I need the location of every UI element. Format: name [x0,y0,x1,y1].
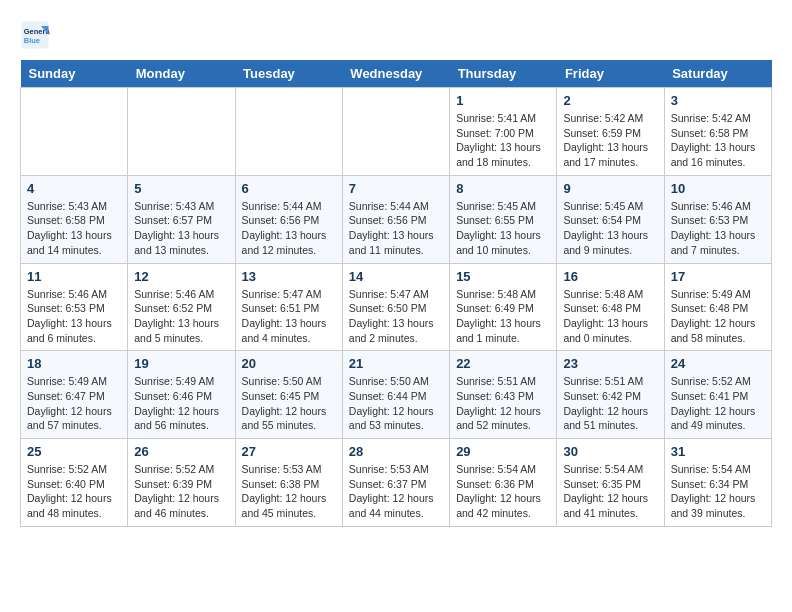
cell-date-number: 4 [27,181,121,196]
cell-daylight-info: Sunrise: 5:52 AM Sunset: 6:39 PM Dayligh… [134,462,228,521]
calendar-cell [235,88,342,176]
cell-daylight-info: Sunrise: 5:43 AM Sunset: 6:57 PM Dayligh… [134,199,228,258]
cell-date-number: 8 [456,181,550,196]
cell-date-number: 25 [27,444,121,459]
cell-daylight-info: Sunrise: 5:51 AM Sunset: 6:43 PM Dayligh… [456,374,550,433]
cell-daylight-info: Sunrise: 5:48 AM Sunset: 6:48 PM Dayligh… [563,287,657,346]
cell-daylight-info: Sunrise: 5:52 AM Sunset: 6:40 PM Dayligh… [27,462,121,521]
cell-date-number: 24 [671,356,765,371]
calendar-cell: 20Sunrise: 5:50 AM Sunset: 6:45 PM Dayli… [235,351,342,439]
cell-daylight-info: Sunrise: 5:43 AM Sunset: 6:58 PM Dayligh… [27,199,121,258]
cell-date-number: 26 [134,444,228,459]
cell-daylight-info: Sunrise: 5:54 AM Sunset: 6:36 PM Dayligh… [456,462,550,521]
calendar-cell: 8Sunrise: 5:45 AM Sunset: 6:55 PM Daylig… [450,175,557,263]
header: General Blue [20,20,772,50]
cell-daylight-info: Sunrise: 5:47 AM Sunset: 6:51 PM Dayligh… [242,287,336,346]
calendar-cell: 27Sunrise: 5:53 AM Sunset: 6:38 PM Dayli… [235,439,342,527]
calendar-cell: 7Sunrise: 5:44 AM Sunset: 6:56 PM Daylig… [342,175,449,263]
calendar-cell: 13Sunrise: 5:47 AM Sunset: 6:51 PM Dayli… [235,263,342,351]
cell-daylight-info: Sunrise: 5:54 AM Sunset: 6:35 PM Dayligh… [563,462,657,521]
cell-date-number: 28 [349,444,443,459]
weekday-header: Wednesday [342,60,449,88]
calendar-cell: 31Sunrise: 5:54 AM Sunset: 6:34 PM Dayli… [664,439,771,527]
cell-daylight-info: Sunrise: 5:46 AM Sunset: 6:53 PM Dayligh… [27,287,121,346]
cell-date-number: 5 [134,181,228,196]
cell-daylight-info: Sunrise: 5:44 AM Sunset: 6:56 PM Dayligh… [349,199,443,258]
cell-date-number: 3 [671,93,765,108]
logo: General Blue [20,20,54,50]
calendar-cell: 1Sunrise: 5:41 AM Sunset: 7:00 PM Daylig… [450,88,557,176]
cell-daylight-info: Sunrise: 5:46 AM Sunset: 6:52 PM Dayligh… [134,287,228,346]
cell-date-number: 12 [134,269,228,284]
calendar-cell: 21Sunrise: 5:50 AM Sunset: 6:44 PM Dayli… [342,351,449,439]
calendar-week-row: 4Sunrise: 5:43 AM Sunset: 6:58 PM Daylig… [21,175,772,263]
calendar-week-row: 25Sunrise: 5:52 AM Sunset: 6:40 PM Dayli… [21,439,772,527]
calendar-cell: 16Sunrise: 5:48 AM Sunset: 6:48 PM Dayli… [557,263,664,351]
calendar-cell: 30Sunrise: 5:54 AM Sunset: 6:35 PM Dayli… [557,439,664,527]
calendar-cell [342,88,449,176]
weekday-header: Friday [557,60,664,88]
cell-date-number: 13 [242,269,336,284]
cell-date-number: 17 [671,269,765,284]
cell-date-number: 7 [349,181,443,196]
cell-date-number: 22 [456,356,550,371]
weekday-header: Saturday [664,60,771,88]
calendar-cell: 4Sunrise: 5:43 AM Sunset: 6:58 PM Daylig… [21,175,128,263]
cell-date-number: 9 [563,181,657,196]
cell-daylight-info: Sunrise: 5:53 AM Sunset: 6:37 PM Dayligh… [349,462,443,521]
calendar-cell [21,88,128,176]
calendar-cell: 26Sunrise: 5:52 AM Sunset: 6:39 PM Dayli… [128,439,235,527]
weekday-header: Tuesday [235,60,342,88]
logo-icon: General Blue [20,20,50,50]
calendar-cell: 24Sunrise: 5:52 AM Sunset: 6:41 PM Dayli… [664,351,771,439]
calendar-cell: 18Sunrise: 5:49 AM Sunset: 6:47 PM Dayli… [21,351,128,439]
cell-date-number: 21 [349,356,443,371]
cell-daylight-info: Sunrise: 5:42 AM Sunset: 6:59 PM Dayligh… [563,111,657,170]
calendar-week-row: 18Sunrise: 5:49 AM Sunset: 6:47 PM Dayli… [21,351,772,439]
calendar-cell: 23Sunrise: 5:51 AM Sunset: 6:42 PM Dayli… [557,351,664,439]
calendar-cell: 19Sunrise: 5:49 AM Sunset: 6:46 PM Dayli… [128,351,235,439]
cell-date-number: 14 [349,269,443,284]
weekday-header-row: SundayMondayTuesdayWednesdayThursdayFrid… [21,60,772,88]
cell-date-number: 1 [456,93,550,108]
cell-date-number: 2 [563,93,657,108]
cell-daylight-info: Sunrise: 5:52 AM Sunset: 6:41 PM Dayligh… [671,374,765,433]
calendar-cell: 6Sunrise: 5:44 AM Sunset: 6:56 PM Daylig… [235,175,342,263]
cell-daylight-info: Sunrise: 5:54 AM Sunset: 6:34 PM Dayligh… [671,462,765,521]
cell-daylight-info: Sunrise: 5:49 AM Sunset: 6:47 PM Dayligh… [27,374,121,433]
calendar-cell: 29Sunrise: 5:54 AM Sunset: 6:36 PM Dayli… [450,439,557,527]
weekday-header: Thursday [450,60,557,88]
cell-daylight-info: Sunrise: 5:48 AM Sunset: 6:49 PM Dayligh… [456,287,550,346]
cell-date-number: 19 [134,356,228,371]
cell-date-number: 31 [671,444,765,459]
cell-date-number: 23 [563,356,657,371]
cell-date-number: 30 [563,444,657,459]
calendar-cell: 10Sunrise: 5:46 AM Sunset: 6:53 PM Dayli… [664,175,771,263]
cell-date-number: 20 [242,356,336,371]
cell-date-number: 29 [456,444,550,459]
cell-daylight-info: Sunrise: 5:42 AM Sunset: 6:58 PM Dayligh… [671,111,765,170]
cell-date-number: 16 [563,269,657,284]
cell-daylight-info: Sunrise: 5:53 AM Sunset: 6:38 PM Dayligh… [242,462,336,521]
weekday-header: Sunday [21,60,128,88]
calendar-cell: 22Sunrise: 5:51 AM Sunset: 6:43 PM Dayli… [450,351,557,439]
cell-daylight-info: Sunrise: 5:51 AM Sunset: 6:42 PM Dayligh… [563,374,657,433]
cell-date-number: 10 [671,181,765,196]
cell-daylight-info: Sunrise: 5:44 AM Sunset: 6:56 PM Dayligh… [242,199,336,258]
calendar-cell: 14Sunrise: 5:47 AM Sunset: 6:50 PM Dayli… [342,263,449,351]
calendar-cell: 12Sunrise: 5:46 AM Sunset: 6:52 PM Dayli… [128,263,235,351]
cell-date-number: 11 [27,269,121,284]
calendar-cell: 25Sunrise: 5:52 AM Sunset: 6:40 PM Dayli… [21,439,128,527]
cell-daylight-info: Sunrise: 5:46 AM Sunset: 6:53 PM Dayligh… [671,199,765,258]
calendar-table: SundayMondayTuesdayWednesdayThursdayFrid… [20,60,772,527]
cell-daylight-info: Sunrise: 5:49 AM Sunset: 6:48 PM Dayligh… [671,287,765,346]
cell-daylight-info: Sunrise: 5:50 AM Sunset: 6:44 PM Dayligh… [349,374,443,433]
cell-daylight-info: Sunrise: 5:45 AM Sunset: 6:54 PM Dayligh… [563,199,657,258]
cell-daylight-info: Sunrise: 5:50 AM Sunset: 6:45 PM Dayligh… [242,374,336,433]
calendar-cell: 2Sunrise: 5:42 AM Sunset: 6:59 PM Daylig… [557,88,664,176]
cell-daylight-info: Sunrise: 5:49 AM Sunset: 6:46 PM Dayligh… [134,374,228,433]
svg-text:Blue: Blue [24,36,40,45]
cell-date-number: 18 [27,356,121,371]
calendar-week-row: 11Sunrise: 5:46 AM Sunset: 6:53 PM Dayli… [21,263,772,351]
cell-date-number: 27 [242,444,336,459]
